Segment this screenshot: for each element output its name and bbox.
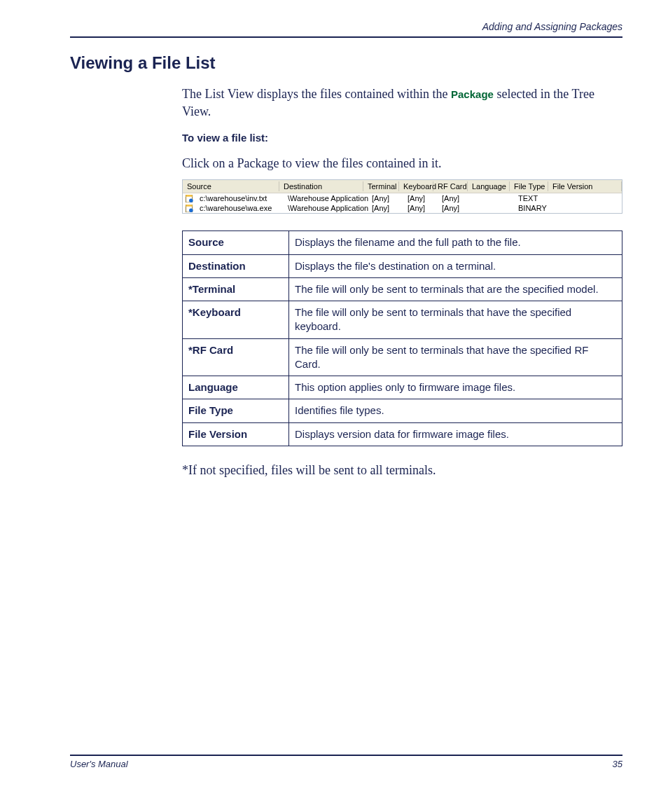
file-icon: [186, 205, 194, 212]
col-source: Source: [183, 181, 279, 191]
intro-text-pre: The List View displays the files contain…: [182, 87, 451, 101]
cell-filetype: TEXT: [514, 194, 552, 202]
desc-key: Language: [183, 376, 289, 399]
col-language: Language: [468, 181, 510, 191]
svg-point-5: [189, 209, 193, 213]
intro-term: Package: [451, 88, 494, 100]
svg-point-2: [189, 199, 193, 203]
table-row: SourceDisplays the filename and the full…: [183, 231, 622, 254]
file-row: c:\warehouse\inv.txt \Warehouse Applicat…: [183, 193, 622, 203]
table-row: File TypeIdentifies file types.: [183, 399, 622, 422]
table-row: LanguageThis option applies only to firm…: [183, 376, 622, 399]
desc-key: File Type: [183, 399, 289, 422]
footer-left: User's Manual: [70, 759, 128, 769]
desc-key: *Terminal: [183, 277, 289, 301]
cell-keyboard: [Any]: [403, 204, 438, 212]
svg-rect-1: [186, 195, 193, 197]
footer-right: 35: [613, 759, 622, 769]
desc-val: The file will only be sent to terminals …: [289, 338, 622, 376]
desc-val: The file will only be sent to terminals …: [289, 301, 622, 339]
desc-val: Displays the filename and the full path …: [289, 231, 622, 254]
file-icon: [186, 195, 194, 202]
desc-key: Destination: [183, 254, 289, 277]
col-rfcard: RF Card: [433, 181, 468, 191]
desc-key: *Keyboard: [183, 301, 289, 339]
cell-terminal: [Any]: [368, 204, 403, 212]
desc-val: This option applies only to firmware ima…: [289, 376, 622, 399]
table-row: File VersionDisplays version data for fi…: [183, 422, 622, 446]
desc-val: Identifies file types.: [289, 399, 622, 422]
desc-val: The file will only be sent to terminals …: [289, 277, 622, 301]
desc-key: Source: [183, 231, 289, 254]
desc-val: Displays the file's destination on a ter…: [289, 254, 622, 277]
section-title: Viewing a File List: [70, 53, 622, 73]
col-keyboard: Keyboard: [399, 181, 433, 191]
cell-terminal: [Any]: [368, 194, 403, 202]
table-row: *TerminalThe file will only be sent to t…: [183, 277, 622, 301]
breadcrumb: Adding and Assigning Packages: [482, 21, 622, 32]
svg-rect-4: [186, 205, 193, 207]
footnote: *If not specified, files will be sent to…: [182, 463, 622, 478]
file-row: c:\warehouse\wa.exe \Warehouse Applicati…: [183, 203, 622, 213]
field-description-table: SourceDisplays the filename and the full…: [182, 230, 622, 446]
cell-source: c:\warehouse\inv.txt: [195, 194, 267, 202]
instruction-text: Click on a Package to view the files con…: [182, 156, 622, 171]
table-row: *RF CardThe file will only be sent to te…: [183, 338, 622, 376]
cell-rfcard: [Any]: [438, 204, 472, 212]
desc-key: *RF Card: [183, 338, 289, 376]
cell-destination: \Warehouse Application: [284, 204, 368, 212]
col-filetype: File Type: [510, 181, 548, 191]
column-header-row: Source Destination Terminal Keyboard RF …: [183, 180, 622, 193]
cell-filetype: BINARY: [514, 204, 552, 212]
cell-source: c:\warehouse\wa.exe: [195, 204, 272, 212]
desc-key: File Version: [183, 422, 289, 446]
cell-rfcard: [Any]: [438, 194, 472, 202]
sub-heading: To view a file list:: [182, 132, 622, 144]
cell-destination: \Warehouse Application: [284, 194, 368, 202]
table-row: *KeyboardThe file will only be sent to t…: [183, 301, 622, 339]
col-destination: Destination: [279, 181, 363, 191]
file-list-screenshot: Source Destination Terminal Keyboard RF …: [182, 179, 622, 214]
col-terminal: Terminal: [363, 181, 399, 191]
desc-val: Displays version data for firmware image…: [289, 422, 622, 446]
col-fileversion: File Version: [548, 181, 622, 191]
page-header: Adding and Assigning Packages: [70, 21, 622, 38]
table-row: DestinationDisplays the file's destinati…: [183, 254, 622, 277]
page-footer: User's Manual 35: [70, 755, 622, 769]
cell-keyboard: [Any]: [403, 194, 438, 202]
intro-paragraph: The List View displays the files contain…: [182, 85, 622, 121]
